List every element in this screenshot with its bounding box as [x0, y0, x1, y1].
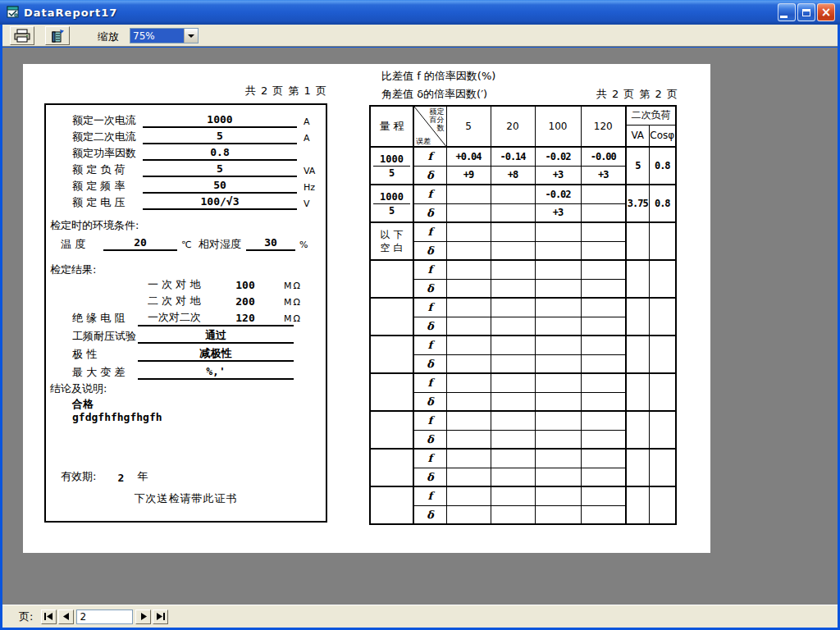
- env-section-title: 检定时的环境条件:: [50, 218, 139, 233]
- f-value-cell: [446, 222, 491, 241]
- va-cell: 3.75: [626, 185, 649, 222]
- zoom-combobox[interactable]: 75%: [130, 28, 199, 43]
- field-row: 额 定 负 荷5VA: [72, 162, 326, 177]
- last-page-button[interactable]: [153, 609, 168, 624]
- scale-table-body: 10005f+0.04-0.14-0.02-0.0050.8δ+9+8+3+31…: [370, 147, 676, 524]
- f-value-cell: [446, 298, 491, 317]
- range-cell: [370, 336, 413, 373]
- delta-row-label: δ: [413, 430, 446, 449]
- next-page-icon: [140, 613, 147, 620]
- scale-table: 量 程 额定 百分 数 误差 5 20: [369, 105, 677, 525]
- table-row: 10005f+0.04-0.14-0.02-0.0050.8: [370, 147, 676, 166]
- next-page-button[interactable]: [135, 609, 151, 624]
- prev-page-button[interactable]: [58, 609, 74, 624]
- f-value-cell: [491, 298, 535, 317]
- window-title: DataReport17: [24, 7, 117, 19]
- delta-value-cell: +9: [446, 166, 491, 185]
- printer-icon: [13, 29, 31, 43]
- f-value-cell: [535, 222, 581, 241]
- diag-top-line: 百分: [430, 116, 445, 124]
- delta-row-label: δ: [413, 354, 446, 373]
- humidity-label: 相对湿度: [199, 238, 246, 251]
- va-cell: 5: [626, 147, 649, 185]
- cos-cell: [649, 298, 676, 336]
- first-page-icon: [44, 613, 53, 620]
- field-label: 额 定 频 率: [72, 179, 143, 194]
- delta-value-cell: [581, 392, 626, 411]
- delta-row-label: δ: [413, 279, 446, 298]
- delta-value-cell: +8: [491, 166, 535, 185]
- prev-page-icon: [63, 613, 70, 620]
- page-number-input[interactable]: [76, 609, 133, 624]
- page-nav-label: 页:: [19, 609, 33, 624]
- zoom-label: 缩放: [98, 30, 119, 44]
- delta-value-cell: [446, 392, 491, 411]
- f-row-label: f: [413, 222, 446, 241]
- minimize-button[interactable]: [778, 3, 796, 21]
- insulation-row-label: 一 次 对 地: [148, 277, 220, 292]
- delta-value-cell: [446, 354, 491, 373]
- load-header: 二次负荷: [626, 106, 676, 125]
- cos-cell: 0.8: [649, 185, 676, 222]
- test-row-value: 减极性: [138, 347, 294, 362]
- table-row: f: [370, 260, 676, 279]
- f-value-cell: [535, 336, 581, 354]
- f-value-cell: [535, 373, 581, 392]
- validity-value: 2: [117, 472, 124, 484]
- field-row: 额定一次电流1000A: [72, 112, 326, 128]
- diag-bottom-label: 误差: [416, 137, 431, 145]
- f-value-cell: [581, 185, 626, 203]
- diagonal-header: 额定 百分 数 误差: [413, 106, 446, 147]
- percent-col-header: 20: [491, 106, 535, 147]
- diag-top-line: 额定: [430, 107, 445, 116]
- table-header-row: 量 程 额定 百分 数 误差 5 20: [370, 106, 676, 125]
- zoom-dropdown-button[interactable]: [184, 29, 198, 43]
- delta-row-label: δ: [413, 166, 446, 185]
- diag-top-line: 数: [430, 124, 445, 132]
- title-bar: DataReport17 ×: [0, 0, 840, 25]
- print-button[interactable]: [10, 26, 34, 45]
- first-page-button[interactable]: [41, 609, 57, 624]
- scale-table-wrap: 量 程 额定 百分 数 误差 5 20: [369, 105, 677, 525]
- delta-value-cell: [581, 468, 626, 486]
- range-cell: 10005: [370, 147, 413, 185]
- delta-value-cell: [446, 241, 491, 260]
- test-row: 最 大 变 差%,': [72, 364, 294, 380]
- cos-cell: [649, 222, 676, 260]
- f-value-cell: +0.04: [446, 147, 491, 166]
- page1-indicator: 共 2 页 第 1 页: [44, 84, 327, 98]
- insulation-row: 二 次 对 地200MΩ: [148, 293, 302, 308]
- delta-value-cell: [491, 317, 535, 336]
- range-cell: 以 下空 白: [370, 222, 413, 260]
- export-button[interactable]: [45, 26, 70, 45]
- delta-value-cell: [491, 241, 535, 260]
- field-value: 0.8: [143, 146, 297, 161]
- cos-cell: [649, 260, 676, 298]
- validity-row: 有效期: 2 年: [61, 469, 148, 484]
- f-value-cell: [581, 298, 626, 317]
- percent-col-header: 100: [535, 106, 581, 147]
- f-value-cell: [581, 373, 626, 392]
- maximize-button[interactable]: [797, 3, 815, 21]
- delta-row-label: δ: [413, 241, 446, 260]
- insulation-row: 一 次 对 地100MΩ: [148, 276, 302, 292]
- range-cell: [370, 260, 413, 298]
- f-value-cell: [446, 449, 491, 468]
- f-value-cell: [581, 411, 626, 430]
- last-page-icon: [156, 613, 165, 620]
- cos-cell: [649, 336, 676, 373]
- delta-value-cell: [491, 392, 535, 411]
- table-row: 10005f-0.023.750.8: [370, 185, 676, 203]
- close-button[interactable]: ×: [817, 3, 835, 21]
- f-value-cell: [491, 486, 535, 505]
- f-row-label: f: [413, 373, 446, 392]
- table-row: f: [370, 298, 676, 317]
- delta-value-cell: [535, 241, 581, 260]
- va-cell: [626, 298, 649, 336]
- report-page: 共 2 页 第 1 页 额定一次电流1000A 额定二次电流5A 额定功率因数0…: [23, 64, 710, 553]
- field-row: 额 定 频 率50Hz: [72, 178, 326, 194]
- f-row-label: f: [413, 260, 446, 279]
- delta-value-cell: [491, 468, 535, 486]
- underline: [138, 325, 294, 326]
- f-row-label: f: [413, 411, 446, 430]
